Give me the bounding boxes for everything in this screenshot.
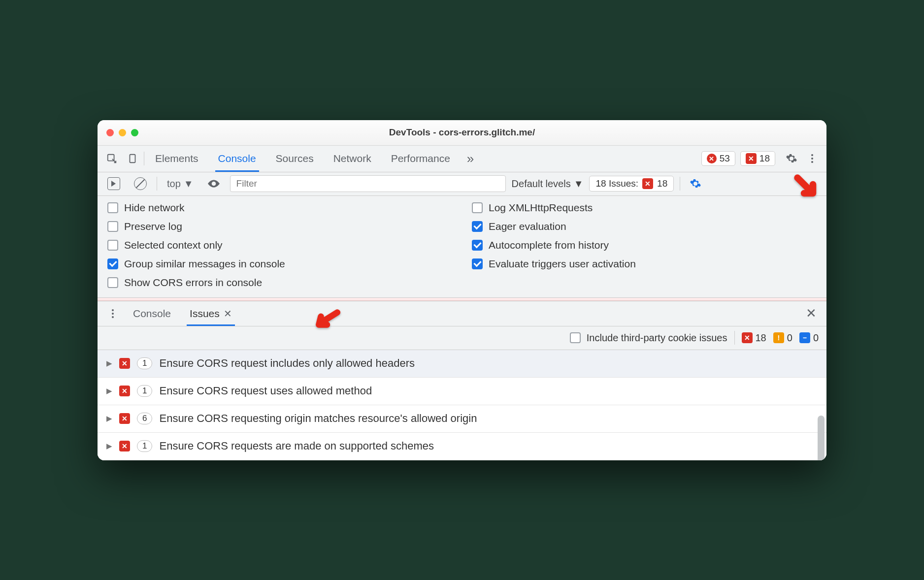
filter-input[interactable] — [230, 175, 506, 192]
option-log-xhr[interactable]: Log XMLHttpRequests — [472, 202, 817, 214]
option-label: Group similar messages in console — [124, 258, 285, 270]
issues-count-info: − 0 — [799, 332, 819, 344]
option-label: Evaluate triggers user activation — [489, 258, 636, 270]
more-menu-icon[interactable] — [803, 149, 822, 168]
drawer-tabbar: Console Issues ✕ ✕ — [98, 301, 826, 326]
tab-elements[interactable]: Elements — [146, 146, 207, 172]
close-window-button[interactable] — [106, 129, 114, 136]
chevron-down-icon: ▼ — [574, 178, 584, 190]
checkbox[interactable] — [107, 202, 118, 213]
checkbox[interactable] — [107, 277, 118, 288]
annotation-arrow-icon — [793, 173, 820, 200]
maximize-window-button[interactable] — [131, 129, 138, 136]
issues-count: 18 — [759, 153, 770, 164]
issue-icon: ✕ — [119, 441, 130, 451]
checkbox[interactable] — [107, 258, 118, 269]
option-hide-network[interactable]: Hide network — [107, 202, 452, 214]
option-label: Eager evaluation — [489, 221, 566, 232]
tab-performance[interactable]: Performance — [382, 146, 459, 172]
issue-row[interactable]: ▶ ✕ 6 Ensure CORS requesting origin matc… — [98, 405, 826, 433]
close-drawer-icon[interactable]: ✕ — [806, 306, 817, 321]
option-autocomplete-history[interactable]: Autocomplete from history — [472, 239, 817, 251]
option-label: Show CORS errors in console — [124, 277, 262, 289]
issues-badge[interactable]: ✕ 18 — [740, 151, 775, 166]
clear-console-icon[interactable] — [130, 175, 151, 192]
option-label: Include third-party cookie issues — [587, 332, 727, 344]
expand-chevron-icon[interactable]: ▶ — [106, 387, 112, 395]
expand-chevron-icon[interactable]: ▶ — [106, 414, 112, 423]
option-evaluate-triggers[interactable]: Evaluate triggers user activation — [472, 258, 817, 270]
option-group-similar[interactable]: Group similar messages in console — [107, 258, 452, 270]
device-toggle-icon[interactable] — [123, 149, 142, 168]
issues-label: 18 Issues: — [595, 178, 638, 189]
inspect-icon[interactable] — [102, 149, 121, 168]
option-label: Hide network — [124, 202, 185, 214]
tab-network[interactable]: Network — [325, 146, 380, 172]
levels-label: Default levels — [512, 178, 571, 190]
info-chat-icon: − — [799, 332, 810, 343]
context-selector[interactable]: top ▼ — [163, 176, 198, 192]
option-label: Preserve log — [124, 221, 182, 232]
context-label: top — [167, 178, 181, 190]
minimize-window-button[interactable] — [119, 129, 126, 136]
issue-icon: ✕ — [119, 386, 130, 396]
option-preserve-log[interactable]: Preserve log — [107, 221, 452, 232]
console-settings-gear-icon[interactable] — [686, 174, 705, 193]
close-tab-icon[interactable]: ✕ — [224, 308, 232, 320]
issue-row[interactable]: ▶ ✕ 1 Ensure CORS request includes only … — [98, 350, 826, 378]
count-value: 18 — [756, 332, 766, 344]
divider — [734, 331, 735, 345]
issue-chat-icon: ✕ — [642, 178, 653, 189]
more-menu-icon[interactable] — [103, 304, 122, 323]
expand-chevron-icon[interactable]: ▶ — [106, 442, 112, 451]
issue-row[interactable]: ▶ ✕ 1 Ensure CORS request uses allowed m… — [98, 378, 826, 405]
traffic-lights — [106, 129, 138, 136]
scrollbar-thumb[interactable] — [818, 416, 825, 460]
issues-button-count: 18 — [657, 178, 667, 189]
issue-row[interactable]: ▶ ✕ 1 Ensure CORS requests are made on s… — [98, 433, 826, 460]
run-icon[interactable] — [103, 175, 124, 192]
warning-chat-icon: ! — [773, 332, 784, 343]
settings-gear-icon[interactable] — [782, 149, 801, 168]
checkbox[interactable] — [107, 240, 118, 251]
console-toolbar: top ▼ Default levels ▼ 18 Issues: ✕ 18 — [98, 172, 826, 196]
more-tabs-icon[interactable]: » — [461, 149, 480, 168]
main-tabbar: Elements Console Sources Network Perform… — [98, 146, 826, 172]
error-icon: ✕ — [707, 154, 717, 163]
error-chat-icon: ✕ — [742, 332, 753, 343]
eye-icon[interactable] — [203, 175, 224, 192]
issue-count-pill: 1 — [137, 357, 152, 369]
console-settings-panel: Hide network Log XMLHttpRequests Preserv… — [98, 196, 826, 298]
issue-title: Ensure CORS request includes only allowe… — [159, 357, 415, 370]
issues-count-warnings: ! 0 — [773, 332, 792, 344]
option-eager-evaluation[interactable]: Eager evaluation — [472, 221, 817, 232]
option-selected-context[interactable]: Selected context only — [107, 239, 452, 251]
tab-sources[interactable]: Sources — [267, 146, 323, 172]
expand-chevron-icon[interactable]: ▶ — [106, 359, 112, 368]
issues-list: ▶ ✕ 1 Ensure CORS request includes only … — [98, 350, 826, 460]
issues-button[interactable]: 18 Issues: ✕ 18 — [589, 176, 674, 192]
option-third-party-cookies[interactable]: Include third-party cookie issues — [570, 332, 727, 344]
checkbox[interactable] — [472, 240, 483, 251]
issues-count-errors: ✕ 18 — [742, 332, 766, 344]
checkbox[interactable] — [472, 258, 483, 269]
issues-toolbar: Include third-party cookie issues ✕ 18 !… — [98, 326, 826, 350]
issue-count-pill: 1 — [137, 440, 152, 452]
option-show-cors-errors[interactable]: Show CORS errors in console — [107, 277, 452, 289]
issue-title: Ensure CORS requests are made on support… — [159, 440, 434, 452]
count-value: 0 — [787, 332, 792, 344]
drawer-tab-console[interactable]: Console — [125, 301, 179, 326]
window-title: DevTools - cors-errors.glitch.me/ — [98, 127, 826, 138]
tab-console[interactable]: Console — [209, 146, 265, 172]
checkbox[interactable] — [472, 221, 483, 232]
errors-badge[interactable]: ✕ 53 — [701, 151, 735, 166]
drawer-tab-issues[interactable]: Issues ✕ — [182, 301, 240, 326]
checkbox[interactable] — [107, 221, 118, 232]
checkbox[interactable] — [472, 202, 483, 213]
checkbox[interactable] — [570, 332, 581, 343]
issue-title: Ensure CORS requesting origin matches re… — [159, 412, 477, 425]
chevron-down-icon: ▼ — [184, 178, 194, 190]
log-levels-selector[interactable]: Default levels ▼ — [512, 178, 584, 190]
issue-count-pill: 6 — [137, 413, 152, 424]
option-label: Autocomplete from history — [489, 239, 609, 251]
